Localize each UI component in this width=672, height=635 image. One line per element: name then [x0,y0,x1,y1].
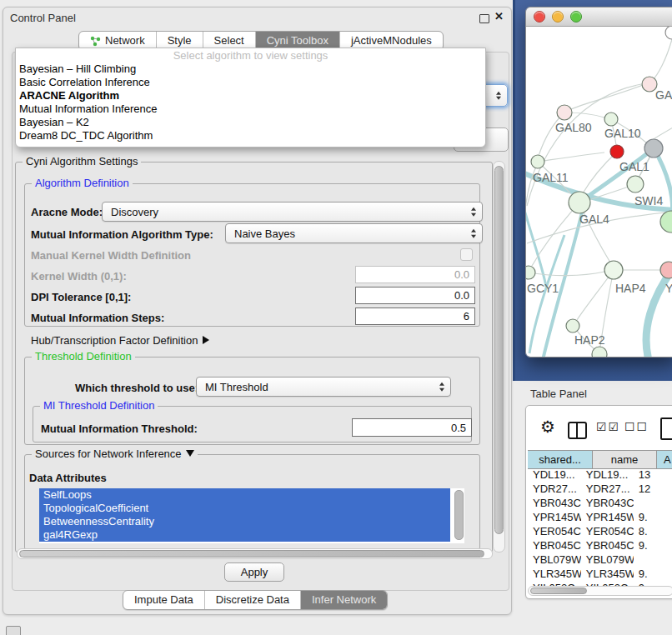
which-threshold-label: Which threshold to use: [75,382,198,394]
network-node-label: GAL [655,88,672,102]
tab-infer-network[interactable]: Infer Network [301,591,387,609]
list-item[interactable]: gal4RGexp [39,528,450,542]
network-canvas[interactable]: GAL80 GAL10 GAL11 GAL1 SWI4 GAL4 GCY1 HA… [526,27,672,358]
network-node-label: HAP4 [615,282,646,295]
network-window-titlebar[interactable] [526,8,672,27]
combo-arrows-icon [471,208,476,217]
restore-panel-icon[interactable] [6,626,21,635]
network-view-window[interactable]: GAL80 GAL10 GAL11 GAL1 SWI4 GAL4 GCY1 HA… [525,7,672,358]
table-row[interactable]: YLR345W YLR345W 9. [528,567,672,581]
data-attributes-list: SelfLoops TopologicalCoefficient Between… [39,488,464,543]
network-node[interactable] [531,155,544,168]
network-graph: GAL80 GAL10 GAL11 GAL1 SWI4 GAL4 GCY1 HA… [526,27,672,358]
table-cell: 9. [634,511,672,523]
table-hscrollbar-thumb[interactable] [530,588,587,594]
network-node[interactable] [665,27,672,39]
table-cell: YBL079W [528,553,581,566]
table-row[interactable]: YDL19... YDL19... 13 [528,468,672,482]
combo-arrows-icon [439,382,444,392]
table-cell: YBL079W [581,553,634,566]
list-scrollbar[interactable] [454,490,464,540]
settings-scrollbar-track[interactable] [493,161,505,552]
combo-arrows-icon [496,91,501,100]
tab-discretize-data[interactable]: Discretize Data [205,591,301,609]
dropdown-placeholder: Select algorithm to view settings [16,48,485,62]
column-header[interactable]: shared... [528,451,593,468]
aracne-mode-combobox[interactable]: Discovery [102,202,483,222]
sources-group-title[interactable]: Sources for Network Inference [32,448,198,460]
dropdown-item[interactable]: Bayesian – Hill Climbing [16,62,485,76]
network-node[interactable] [604,112,618,126]
table-hscrollbar-track[interactable] [528,586,672,596]
network-node[interactable] [604,261,623,279]
select-all-checkboxes-icon[interactable]: ☑☑ [596,420,620,433]
network-node[interactable] [644,139,663,158]
tab-impute-data[interactable]: Impute Data [123,591,205,609]
table-row[interactable]: YDR27... YDR27... 12 [528,482,672,496]
combo-value: Discovery [111,206,158,218]
table-cell: 13 [634,468,672,481]
group-title: MI Threshold Definition [40,399,158,412]
tab-label: Impute Data [134,591,193,609]
network-node[interactable] [526,266,535,279]
network-node[interactable] [660,262,672,278]
table-row[interactable]: YBR043C YBR043C [528,496,672,510]
mi-type-label: Mutual Information Algorithm Type: [31,228,213,241]
mi-threshold-field[interactable]: 0.5 [352,418,472,437]
network-node[interactable] [569,192,590,213]
settings-hscrollbar-thumb[interactable] [19,550,484,558]
table-cell: YBR045C [528,539,581,552]
settings-hscrollbar-track[interactable] [17,548,493,559]
gear-icon[interactable]: ⚙ [540,418,555,435]
column-header[interactable]: A [657,451,672,468]
mi-steps-field[interactable]: 6 [355,308,475,325]
table-row[interactable]: YER054C YER054C 8. [528,524,672,538]
hub-transcription-factor-section[interactable]: Hub/Transcription Factor Definition [31,334,209,347]
apply-button[interactable]: Apply [224,562,284,582]
aracne-mode-label: Aracne Mode: [31,206,103,218]
list-item[interactable]: BetweennessCentrality [39,515,450,528]
which-threshold-combobox[interactable]: MI Threshold [196,377,451,397]
close-traffic-light-icon[interactable] [534,11,545,22]
document-icon[interactable] [660,418,672,440]
dropdown-item[interactable]: Mutual Information Inference [16,102,485,116]
table-cell: YBR045C [581,539,634,552]
table-row[interactable]: YPR145W YPR145W 9. [528,510,672,524]
network-node[interactable] [627,176,644,192]
settings-scrollbar-thumb[interactable] [494,166,504,534]
dropdown-item[interactable]: Bayesian – K2 [16,116,485,129]
table-row[interactable]: YBL079W YBL079W [528,552,672,567]
dropdown-item[interactable]: Basic Correlation Inference [16,76,485,89]
network-node-selected[interactable] [610,145,624,158]
network-node[interactable] [660,211,672,232]
deselect-all-checkboxes-icon[interactable]: ☐☐ [624,420,649,433]
dropdown-item-highlighted[interactable]: ARACNE Algorithm [16,89,485,102]
zoom-traffic-light-icon[interactable] [570,11,582,22]
mi-type-combobox[interactable]: Naive Bayes [225,223,483,243]
table-row[interactable]: YBR045C YBR045C 9. [528,538,672,552]
list-item[interactable]: SelfLoops [39,488,450,502]
dropdown-item[interactable]: Dream8 DC_TDC Algorithm [16,129,485,142]
network-node-label: HAP2 [574,333,605,347]
network-node-label: GAL4 [579,212,609,226]
table-cell: YER054C [581,525,634,538]
close-icon[interactable]: ✕ [494,10,504,22]
network-node[interactable] [557,105,572,120]
minimize-traffic-light-icon[interactable] [552,11,564,22]
table-cell: 12 [634,482,672,495]
combo-value: MI Threshold [205,381,268,393]
column-header[interactable]: name [593,451,657,468]
float-window-icon[interactable] [479,14,489,23]
table-cell: 9. [634,568,672,580]
dpi-tolerance-field[interactable]: 0.0 [355,287,475,304]
network-node[interactable] [592,347,607,358]
table-cell: YPR145W [581,511,634,523]
split-columns-icon[interactable] [568,422,587,439]
control-panel-window: Control Panel ✕ Network Style Select Cyn… [3,7,512,615]
manual-kernel-checkbox [460,248,473,261]
mi-steps-label: Mutual Information Steps: [31,312,164,324]
table-cell: YBR043C [581,497,634,509]
network-node[interactable] [566,319,579,332]
list-item[interactable]: TopologicalCoefficient [39,502,450,515]
collapsed-arrow-icon [203,336,209,344]
